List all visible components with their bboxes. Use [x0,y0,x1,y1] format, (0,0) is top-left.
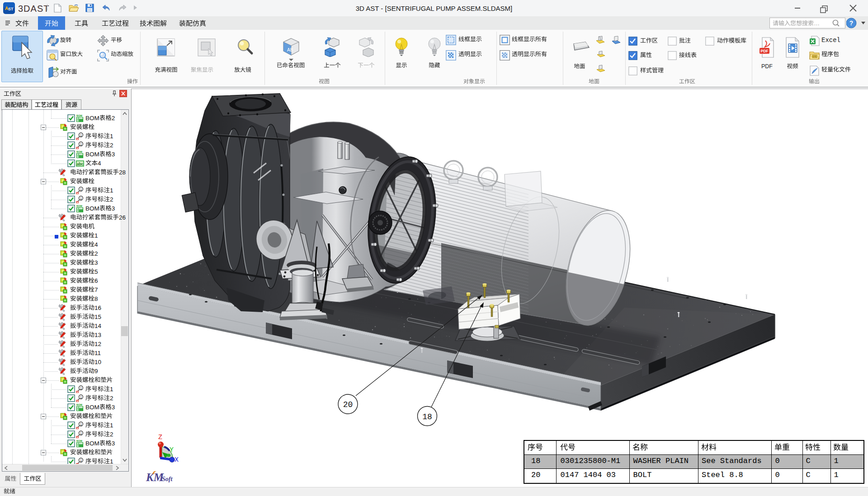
svg-text:PDF: PDF [761,49,769,53]
svg-text:AB: AB [287,47,293,52]
svg-text:18: 18 [422,412,432,421]
svg-text:Y: Y [170,446,174,454]
svg-text:X: X [175,456,179,464]
svg-text:Z: Z [158,434,162,441]
svg-text:KM: KM [146,471,164,483]
svg-text:Soft: Soft [162,476,173,482]
svg-text:EXE: EXE [812,56,816,58]
svg-text:20: 20 [343,400,353,409]
svg-text:?: ? [849,19,854,27]
